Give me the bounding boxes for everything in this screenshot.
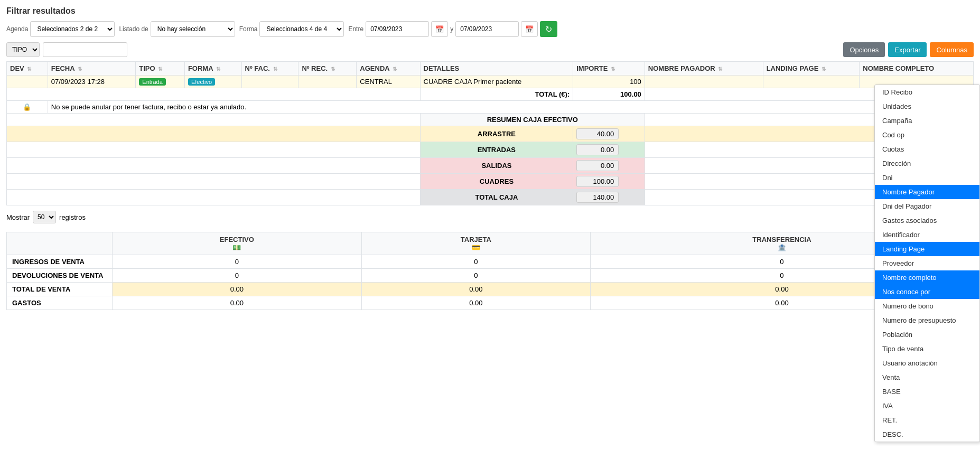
cuadres-label: CUADRES	[420, 174, 573, 190]
tipo-text-input[interactable]	[43, 42, 127, 57]
dropdown-item-0[interactable]: ID Recibo	[875, 85, 979, 99]
dropdown-item-15[interactable]: Numero de bono	[875, 299, 979, 313]
cell-dev	[7, 76, 48, 88]
toolbar-row: TIPO Opciones Exportar Columnas	[6, 42, 974, 57]
sort-nrec-icon[interactable]: ⇅	[331, 66, 335, 72]
dropdown-item-22[interactable]: IVA	[875, 399, 979, 413]
show-select[interactable]: 50	[33, 211, 56, 223]
opciones-button[interactable]: Opciones	[843, 42, 885, 57]
main-table: DEV ⇅ FECHA ⇅ TIPO ⇅ FORMA ⇅ Nº FAC. ⇅ N…	[6, 61, 974, 205]
columnas-button[interactable]: Columnas	[930, 42, 974, 57]
lock-icon: 🔒	[7, 101, 48, 114]
cell-nrec	[298, 76, 357, 88]
salidas-label: SALIDAS	[420, 158, 573, 174]
dropdown-item-6[interactable]: Dni	[875, 171, 979, 185]
dropdown-item-17[interactable]: Población	[875, 327, 979, 342]
exportar-button[interactable]: Exportar	[888, 42, 927, 57]
col-fecha[interactable]: FECHA ⇅	[48, 62, 136, 76]
listado-select[interactable]: No hay selección	[151, 21, 235, 37]
listado-label: Listado de	[119, 25, 148, 33]
sort-agenda-icon[interactable]: ⇅	[393, 66, 397, 72]
col-efectivo-header: EFECTIVO 💵	[113, 232, 362, 255]
date-to-input[interactable]	[455, 21, 519, 37]
arrastre-empty	[7, 126, 421, 142]
bottom-tarjeta-cell: 0	[361, 255, 590, 269]
bottom-table-row: GASTOS 0.00 0.00 0.00	[7, 296, 974, 310]
columns-dropdown[interactable]: ID ReciboUnidadesCampañaCod opCuotasDire…	[874, 85, 980, 442]
date-from-input[interactable]	[366, 21, 429, 37]
bottom-tarjeta-cell: 0.00	[361, 283, 590, 296]
efectivo-label: EFECTIVO	[118, 236, 356, 243]
dropdown-item-10[interactable]: Identificador	[875, 228, 979, 242]
date-filter-group: Entre 📅 y 📅 ↻	[348, 21, 557, 37]
col-importe[interactable]: IMPORTE ⇅	[573, 62, 645, 76]
sort-importe-icon[interactable]: ⇅	[611, 66, 615, 72]
dropdown-item-23[interactable]: RET.	[875, 413, 979, 427]
dropdown-item-24[interactable]: DESC.	[875, 427, 979, 442]
col-forma[interactable]: FORMA ⇅	[184, 62, 241, 76]
dropdown-item-16[interactable]: Numero de presupuesto	[875, 313, 979, 327]
show-row: Mostrar 50 registros	[6, 211, 974, 223]
calendar-from-button[interactable]: 📅	[431, 21, 448, 37]
dropdown-item-3[interactable]: Cod op	[875, 128, 979, 142]
dropdown-item-8[interactable]: Dni del Pagador	[875, 199, 979, 213]
total-label-text: TOTAL (€):	[420, 88, 573, 101]
dropdown-item-18[interactable]: Tipo de venta	[875, 342, 979, 356]
total-caja-label: TOTAL CAJA	[420, 190, 573, 205]
dropdown-item-13[interactable]: Nombre completo	[875, 270, 979, 285]
dropdown-item-12[interactable]: Proveedor	[875, 256, 979, 270]
col-nrec[interactable]: Nº REC. ⇅	[298, 62, 357, 76]
dropdown-item-14[interactable]: Nos conoce por	[875, 285, 979, 299]
dropdown-item-9[interactable]: Gastos asociados	[875, 213, 979, 228]
resumen-header-row: RESUMEN CAJA EFECTIVO	[7, 114, 974, 126]
bottom-efectivo-cell: 0	[113, 269, 362, 283]
dropdown-item-2[interactable]: Campaña	[875, 114, 979, 128]
bottom-row-label: INGRESOS DE VENTA	[7, 255, 113, 269]
dropdown-item-21[interactable]: BASE	[875, 385, 979, 399]
dropdown-item-1[interactable]: Unidades	[875, 99, 979, 114]
calendar-to-button[interactable]: 📅	[521, 21, 538, 37]
agenda-select[interactable]: Seleccionados 2 de 2	[30, 21, 115, 37]
bottom-summary-table: EFECTIVO 💵 TARJETA 💳 TRANSFERENCIA 🏦 ING…	[6, 232, 974, 310]
tipo-select[interactable]: TIPO	[6, 42, 40, 57]
cell-tipo: Entrada	[136, 76, 185, 88]
sort-tipo-icon[interactable]: ⇅	[158, 66, 162, 72]
arrastre-label: ARRASTRE	[420, 126, 573, 142]
bottom-row-label: DEVOLUCIONES DE VENTA	[7, 269, 113, 283]
entradas-value: 0.00	[573, 142, 645, 158]
bottom-efectivo-cell: 0.00	[113, 283, 362, 296]
total-caja-value: 140.00	[573, 190, 645, 205]
dropdown-item-20[interactable]: Venta	[875, 370, 979, 385]
table-row[interactable]: 07/09/2023 17:28 Entrada Efectivo CENTRA…	[7, 76, 974, 88]
dropdown-item-11[interactable]: Landing Page	[875, 242, 979, 256]
forma-select[interactable]: Seleccionados 4 de 4	[259, 21, 344, 37]
sort-fecha-icon[interactable]: ⇅	[78, 66, 82, 72]
cell-detalles: CUADRE CAJA Primer paciente	[420, 76, 573, 88]
dropdown-item-7[interactable]: Nombre Pagador	[875, 185, 979, 199]
dropdown-item-4[interactable]: Cuotas	[875, 142, 979, 156]
sort-dev-icon[interactable]: ⇅	[27, 66, 31, 72]
efectivo-badge: Efectivo	[188, 78, 215, 86]
col-agenda[interactable]: AGENDA ⇅	[357, 62, 420, 76]
bottom-efectivo-cell: 0	[113, 255, 362, 269]
col-nombre-pagador[interactable]: NOMBRE PAGADOR ⇅	[645, 62, 763, 76]
dropdown-item-19[interactable]: Usuario anotación	[875, 356, 979, 370]
refresh-button[interactable]: ↻	[540, 21, 557, 37]
sort-nombre-pagador-icon[interactable]: ⇅	[718, 66, 722, 72]
sort-nfac-icon[interactable]: ⇅	[273, 66, 277, 72]
cell-fecha: 07/09/2023 17:28	[48, 76, 136, 88]
col-nombre-completo[interactable]: NOMBRE COMPLETO	[860, 62, 974, 76]
sort-forma-icon[interactable]: ⇅	[216, 66, 220, 72]
col-dev[interactable]: DEV ⇅	[7, 62, 48, 76]
registros-label: registros	[59, 213, 86, 221]
col-nfac[interactable]: Nº FAC. ⇅	[241, 62, 298, 76]
col-detalles[interactable]: DETALLES	[420, 62, 573, 76]
arrastre-row: ARRASTRE 40.00	[7, 126, 974, 142]
page-title: Filtrar resultados	[6, 6, 974, 16]
total-caja-row: TOTAL CAJA 140.00	[7, 190, 974, 205]
col-tipo[interactable]: TIPO ⇅	[136, 62, 185, 76]
col-landing-page[interactable]: LANDING PAGE ⇅	[763, 62, 860, 76]
sort-landing-page-icon[interactable]: ⇅	[822, 66, 826, 72]
bottom-row-label: GASTOS	[7, 296, 113, 310]
dropdown-item-5[interactable]: Dirección	[875, 156, 979, 171]
